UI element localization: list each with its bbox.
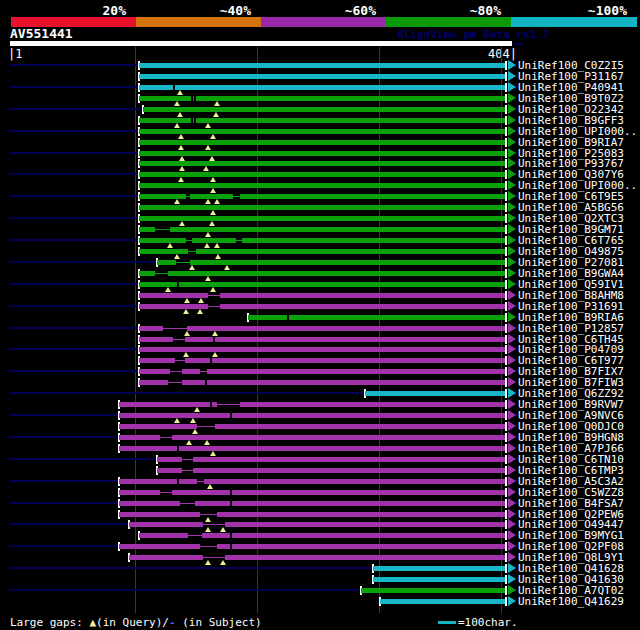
query-gap-marker: [178, 134, 184, 139]
end-tick: [505, 116, 507, 125]
query-gap-marker: [189, 265, 195, 270]
leader-line: [10, 239, 139, 241]
alignment-bar[interactable]: [139, 293, 505, 298]
alignment-bar[interactable]: [139, 151, 505, 156]
alignment-bar[interactable]: [119, 544, 505, 549]
gap-thin-line: [182, 459, 193, 460]
alignment-bar[interactable]: [139, 282, 505, 287]
alignment-bar[interactable]: [157, 468, 505, 473]
alignment-bar[interactable]: [139, 129, 505, 134]
alignment-bar[interactable]: [139, 238, 505, 243]
alignment-bar[interactable]: [139, 205, 505, 210]
scale-label-100: ~100%: [567, 3, 627, 17]
alignment-bar[interactable]: [139, 172, 505, 177]
gap-thin-line: [217, 404, 240, 405]
alignment-bar[interactable]: [139, 533, 505, 538]
alignment-bar[interactable]: [361, 588, 505, 593]
arrowhead-icon: [508, 585, 516, 595]
alignment-bar[interactable]: [139, 140, 505, 145]
end-tick: [505, 499, 507, 508]
gap-thin-line: [155, 229, 170, 230]
alignment-bar[interactable]: [139, 227, 505, 232]
alignment-bar[interactable]: [139, 326, 505, 331]
arrowhead-icon: [508, 530, 516, 540]
alignment-bar[interactable]: [373, 566, 505, 571]
end-tick: [505, 433, 507, 442]
alignment-bar[interactable]: [139, 369, 505, 374]
leader-line: [10, 195, 139, 197]
end-tick: [505, 466, 507, 475]
end-tick: [505, 488, 507, 497]
leader-line: [10, 283, 139, 285]
alignment-bar[interactable]: [129, 555, 505, 560]
alignment-bar[interactable]: [139, 358, 505, 363]
gap-notch: [205, 380, 207, 385]
alignment-bar[interactable]: [119, 402, 505, 407]
alignment-bar[interactable]: [143, 107, 505, 112]
arrowhead-icon: [508, 224, 516, 234]
alignment-bar[interactable]: [119, 424, 505, 429]
scale-segment-3: [261, 17, 386, 27]
alignment-viewer-window: 20%~40%~60%~80%~100% AV551441 AlignView.…: [0, 0, 640, 630]
alignment-bar[interactable]: [139, 271, 505, 276]
subject-gap-segment: [160, 435, 172, 440]
hit-label[interactable]: UniRef100_Q41629: [518, 596, 624, 607]
alignment-bar[interactable]: [119, 435, 505, 440]
gap-thin-line: [200, 546, 217, 547]
arrowhead-icon: [508, 93, 516, 103]
alignment-bar[interactable]: [119, 479, 505, 484]
alignment-bar[interactable]: [139, 118, 505, 123]
alignment-bar[interactable]: [139, 74, 505, 79]
end-tick: [505, 203, 507, 212]
alignment-bar[interactable]: [139, 304, 505, 309]
alignment-bar[interactable]: [119, 512, 505, 517]
gap-thin-line: [186, 196, 190, 197]
end-tick: [505, 324, 507, 333]
arrowhead-icon: [508, 399, 516, 409]
alignment-bar[interactable]: [139, 96, 505, 101]
end-tick: [505, 83, 507, 92]
leader-line: [10, 217, 139, 219]
alignment-bar[interactable]: [139, 194, 505, 199]
gap-thin-line: [160, 437, 172, 438]
end-tick: [505, 422, 507, 431]
alignment-bar[interactable]: [157, 260, 505, 265]
alignment-bar[interactable]: [139, 85, 505, 90]
alignment-bar[interactable]: [139, 249, 505, 254]
alignment-bar[interactable]: [139, 63, 505, 68]
gap-thin-line: [197, 426, 215, 427]
gap-thin-line: [203, 524, 225, 525]
query-gap-marker: [205, 199, 211, 204]
alignment-bar[interactable]: [139, 380, 505, 385]
gap-notch: [173, 85, 175, 90]
query-gap-marker: [212, 352, 218, 357]
alignment-bar[interactable]: [129, 522, 505, 527]
alignment-bar[interactable]: [139, 216, 505, 221]
alignment-bar[interactable]: [139, 347, 505, 352]
alignment-bar[interactable]: [380, 599, 505, 604]
alignment-bar[interactable]: [373, 577, 505, 582]
arrowhead-icon: [508, 519, 516, 529]
alignment-bar[interactable]: [139, 161, 505, 166]
gap-notch: [230, 490, 232, 495]
gap-notch: [210, 358, 212, 363]
alignment-bar[interactable]: [119, 501, 505, 506]
gap-thin-line: [197, 481, 204, 482]
alignment-bar[interactable]: [119, 490, 505, 495]
end-tick: [505, 586, 507, 595]
alignment-bar[interactable]: [139, 337, 505, 342]
leader-line: [10, 64, 139, 66]
alignment-bar[interactable]: [248, 315, 505, 320]
query-gap-marker: [174, 418, 180, 423]
subject-gap-segment: [155, 227, 170, 232]
end-tick: [505, 72, 507, 81]
gap-thin-line: [200, 371, 207, 372]
arrowhead-icon: [508, 377, 516, 387]
alignment-bar[interactable]: [139, 183, 505, 188]
alignment-bar[interactable]: [157, 457, 505, 462]
subject-gap-segment: [186, 194, 190, 199]
subject-gap-segment: [182, 468, 193, 473]
alignment-bar[interactable]: [365, 391, 505, 396]
end-tick: [505, 531, 507, 540]
alignment-bar[interactable]: [119, 446, 505, 451]
